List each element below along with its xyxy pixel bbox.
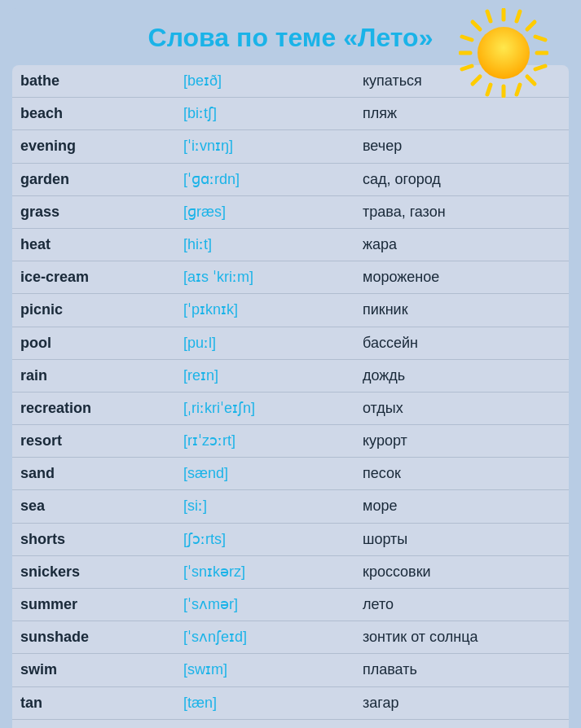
word-cell: shorts bbox=[12, 523, 175, 555]
sun-rays-icon bbox=[459, 8, 548, 98]
word-cell: grass bbox=[12, 195, 175, 228]
meaning-cell: пляж bbox=[354, 98, 569, 130]
word-cell: ice-cream bbox=[12, 261, 175, 294]
table-row: heat[hiːt]жара bbox=[12, 228, 569, 261]
word-cell: heat bbox=[12, 228, 175, 261]
table-row: sand[sænd]песок bbox=[12, 458, 569, 490]
transcription-cell: [aɪs ˈkriːm] bbox=[175, 261, 354, 294]
meaning-cell: загар bbox=[354, 686, 569, 719]
word-cell: rain bbox=[12, 359, 175, 392]
word-cell: beach bbox=[12, 98, 175, 130]
table-row: recreation[ˌriːkriˈeɪʃn]отдых bbox=[12, 392, 569, 424]
word-cell: summer bbox=[12, 589, 175, 621]
table-row: evening[ˈiːvnɪŋ]вечер bbox=[12, 130, 569, 163]
meaning-cell: трава, газон bbox=[354, 195, 569, 228]
transcription-cell: [ˈpɪknɪk] bbox=[175, 294, 354, 327]
transcription-cell: [reɪn] bbox=[175, 359, 354, 392]
svg-line-8 bbox=[487, 11, 491, 21]
word-cell: garden bbox=[12, 163, 175, 195]
transcription-cell: [ˈθʌndərstɔːrm] bbox=[175, 719, 354, 728]
meaning-cell: кроссовки bbox=[354, 555, 569, 588]
transcription-cell: [sænd] bbox=[175, 458, 354, 490]
word-cell: evening bbox=[12, 130, 175, 163]
meaning-cell: зонтик от солнца bbox=[354, 621, 569, 654]
transcription-cell: [ˌriːkriˈeɪʃn] bbox=[175, 392, 354, 424]
svg-line-14 bbox=[487, 85, 491, 94]
word-cell: snickers bbox=[12, 555, 175, 588]
transcription-cell: [rɪˈzɔːrt] bbox=[175, 425, 354, 458]
svg-line-4 bbox=[473, 22, 480, 29]
table-row: picnic[ˈpɪknɪk]пикник bbox=[12, 294, 569, 327]
svg-line-15 bbox=[517, 11, 520, 21]
transcription-cell: [ˈɡɑːrdn] bbox=[175, 163, 354, 195]
transcription-cell: [ʃɔːrts] bbox=[175, 523, 354, 555]
meaning-cell: песок bbox=[354, 458, 569, 490]
word-cell: sea bbox=[12, 490, 175, 523]
transcription-cell: [ˈsnɪkərz] bbox=[175, 555, 354, 588]
transcription-cell: [puːl] bbox=[175, 327, 354, 359]
transcription-cell: [ɡræs] bbox=[175, 195, 354, 228]
vocab-table: bathe[beɪð]купатьсяbeach[biːtʃ]пляжeveni… bbox=[12, 65, 569, 728]
word-cell: resort bbox=[12, 425, 175, 458]
svg-line-11 bbox=[535, 66, 545, 69]
table-row: resort[rɪˈzɔːrt]курорт bbox=[12, 425, 569, 458]
word-cell: sand bbox=[12, 458, 175, 490]
word-cell: thunderstorm bbox=[12, 719, 175, 728]
table-row: tan[tæn]загар bbox=[12, 686, 569, 719]
word-cell: tan bbox=[12, 686, 175, 719]
meaning-cell: сад, огород bbox=[354, 163, 569, 195]
table-row: swim[swɪm]плавать bbox=[12, 654, 569, 686]
svg-line-10 bbox=[462, 37, 472, 40]
table-row: sea[siː]море bbox=[12, 490, 569, 523]
svg-point-16 bbox=[478, 27, 530, 79]
transcription-cell: [ˈsʌmər] bbox=[175, 589, 354, 621]
table-row: summer[ˈsʌmər]лето bbox=[12, 589, 569, 621]
table-row: garden[ˈɡɑːrdn]сад, огород bbox=[12, 163, 569, 195]
word-cell: pool bbox=[12, 327, 175, 359]
word-cell: sunshade bbox=[12, 621, 175, 654]
word-cell: bathe bbox=[12, 65, 175, 98]
table-row: ice-cream[aɪs ˈkriːm]мороженое bbox=[12, 261, 569, 294]
meaning-cell: мороженое bbox=[354, 261, 569, 294]
transcription-cell: [biːtʃ] bbox=[175, 98, 354, 130]
table-row: sunshade[ˈsʌnʃeɪd]зонтик от солнца bbox=[12, 621, 569, 654]
meaning-cell: шорты bbox=[354, 523, 569, 555]
transcription-cell: [ˈsʌnʃeɪd] bbox=[175, 621, 354, 654]
meaning-cell: гроза bbox=[354, 719, 569, 728]
svg-line-5 bbox=[527, 77, 535, 84]
svg-line-6 bbox=[527, 22, 535, 29]
meaning-cell: дождь bbox=[354, 359, 569, 392]
sun-decoration bbox=[459, 8, 548, 98]
transcription-cell: [beɪð] bbox=[175, 65, 354, 98]
word-cell: swim bbox=[12, 654, 175, 686]
page-title: Слова по теме «Лето» bbox=[148, 23, 434, 52]
header: Слова по теме «Лето» bbox=[8, 8, 573, 61]
table-row: pool[puːl]бассейн bbox=[12, 327, 569, 359]
table-row: thunderstorm[ˈθʌndərstɔːrm]гроза bbox=[12, 719, 569, 728]
table-row: shorts[ʃɔːrts]шорты bbox=[12, 523, 569, 555]
svg-line-7 bbox=[473, 77, 480, 84]
table-row: beach[biːtʃ]пляж bbox=[12, 98, 569, 130]
page: Слова по теме «Лето» bbox=[8, 8, 573, 728]
table-row: snickers[ˈsnɪkərz]кроссовки bbox=[12, 555, 569, 588]
svg-line-9 bbox=[517, 85, 520, 94]
table-row: grass[ɡræs]трава, газон bbox=[12, 195, 569, 228]
meaning-cell: курорт bbox=[354, 425, 569, 458]
meaning-cell: плавать bbox=[354, 654, 569, 686]
meaning-cell: жара bbox=[354, 228, 569, 261]
table-row: rain[reɪn]дождь bbox=[12, 359, 569, 392]
meaning-cell: море bbox=[354, 490, 569, 523]
word-cell: picnic bbox=[12, 294, 175, 327]
svg-line-12 bbox=[462, 66, 472, 69]
transcription-cell: [tæn] bbox=[175, 686, 354, 719]
word-cell: recreation bbox=[12, 392, 175, 424]
vocab-table-container: bathe[beɪð]купатьсяbeach[biːtʃ]пляжeveni… bbox=[12, 65, 569, 728]
svg-line-13 bbox=[535, 37, 545, 40]
transcription-cell: [hiːt] bbox=[175, 228, 354, 261]
meaning-cell: вечер bbox=[354, 130, 569, 163]
meaning-cell: отдых bbox=[354, 392, 569, 424]
transcription-cell: [swɪm] bbox=[175, 654, 354, 686]
meaning-cell: пикник bbox=[354, 294, 569, 327]
meaning-cell: бассейн bbox=[354, 327, 569, 359]
transcription-cell: [siː] bbox=[175, 490, 354, 523]
